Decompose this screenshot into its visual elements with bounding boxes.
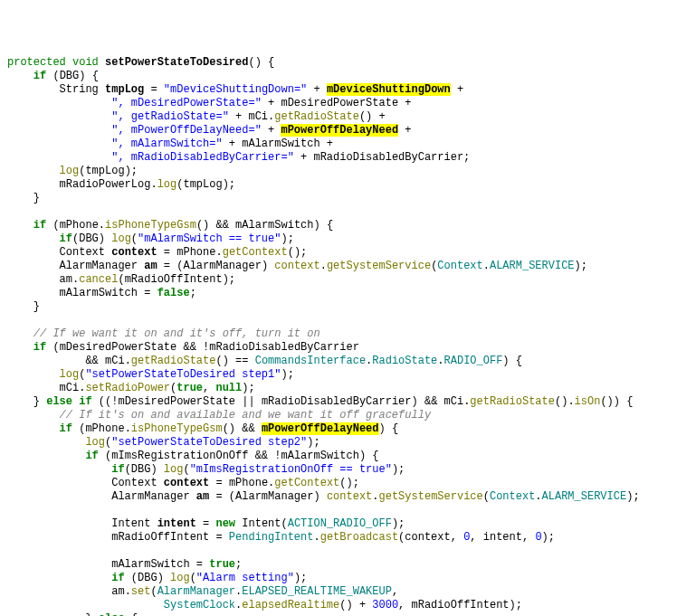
call-getContext: getContext — [223, 246, 288, 259]
var-intent: intent — [157, 517, 196, 530]
var-context: context — [111, 246, 157, 259]
var-context2: context — [164, 477, 209, 489]
call-getRadioState2: getRadioState — [131, 355, 216, 367]
id-mCi: mCi — [248, 110, 268, 123]
kw-if6: if — [85, 450, 98, 462]
id-DBG2: DBG — [79, 232, 99, 245]
call-log5: log — [85, 436, 105, 449]
id-mAlarmSwitch3: mAlarmSwitch — [60, 287, 138, 299]
kw-else: else — [99, 612, 125, 616]
hl-mDeviceShuttingDown: mDeviceShuttingDown — [327, 83, 451, 96]
call-isOn: isOn — [575, 395, 601, 408]
call-cancel: cancel — [79, 273, 118, 286]
id-mRadioOffIntent3: mRadioOffIntent — [412, 599, 510, 611]
kw-elseif: else if — [46, 395, 91, 408]
id-mCi2: mCi — [105, 355, 125, 367]
call-isPhoneTypeGsm2: isPhoneTypeGsm — [131, 422, 223, 435]
kw-null: null — [215, 382, 242, 394]
id-am2: am — [111, 585, 124, 598]
arg-tmpLog: tmpLog — [85, 165, 124, 177]
st-RadioState: RadioState — [372, 355, 437, 367]
kw-new: new — [215, 517, 235, 530]
call-getRadioState3: getRadioState — [470, 395, 555, 408]
str-mImsTrue: "mImsRegistrationOnOff == true" — [190, 463, 392, 476]
call-getBroadcast: getBroadcast — [320, 531, 398, 544]
id-mAlarmSwitch2: mAlarmSwitch — [235, 219, 313, 232]
id-mAlarmSwitch4: mAlarmSwitch — [281, 450, 358, 462]
st-CommandsInterface: CommandsInterface — [255, 355, 366, 367]
id-mAlarmSwitch5: mAlarmSwitch — [111, 558, 189, 571]
id-mPhone2: mPhone — [176, 246, 215, 259]
call-log: log — [60, 165, 80, 177]
id-mImsReg: mImsRegistrationOnOff — [111, 450, 248, 462]
call-setRadioPower: setRadioPower — [85, 382, 170, 394]
kw-void: void — [72, 56, 99, 69]
cast-AlarmManager: AlarmManager — [183, 260, 261, 272]
str-step1: "setPowerStateToDesired step1" — [85, 368, 281, 381]
type-String: String — [60, 83, 99, 96]
id-mRadioDisabled2: mRadioDisabledByCarrier — [209, 341, 359, 354]
call-getRadioState: getRadioState — [274, 110, 359, 123]
arg-tmpLog2: tmpLog — [183, 178, 222, 191]
id-DBG4: DBG — [138, 572, 157, 584]
call-isPhoneTypeGsm: isPhoneTypeGsm — [105, 219, 196, 232]
call-elapsedRealtime: elapsedRealtime — [242, 599, 339, 611]
id-ctx2: context — [327, 490, 372, 503]
str-s6: ", mRadioDisabledByCarrier=" — [111, 151, 294, 164]
kw-if2: if — [33, 219, 46, 232]
id-mCi4: mCi — [444, 395, 464, 408]
kw-true2: true — [209, 558, 235, 571]
type-Intent: Intent — [111, 517, 150, 530]
str-mAlarmTrue: "mAlarmSwitch == true" — [138, 232, 281, 245]
kw-if4: if — [33, 341, 46, 354]
id-mCi3: mCi — [60, 382, 80, 394]
str-s4: ", mPowerOffDelayNeed=" — [111, 124, 262, 137]
st-Context2: Context — [490, 490, 535, 503]
id-mDesired2: mDesiredPowerState — [60, 341, 177, 354]
kw-if7: if — [111, 463, 124, 476]
call-ctx: context — [274, 260, 319, 272]
ctor-Intent: Intent — [242, 517, 281, 530]
id-mRadioDisabledByCarrier: mRadioDisabledByCarrier — [313, 151, 463, 164]
num-0b: 0 — [535, 531, 541, 544]
str-alarmSetting: "Alarm setting" — [196, 572, 294, 584]
call-log4: log — [60, 368, 80, 381]
method-params: () — [248, 56, 261, 69]
var-am2: am — [196, 490, 209, 503]
id-DBG: DBG — [60, 70, 80, 82]
st-ERW: ELAPSED_REALTIME_WAKEUP — [242, 585, 392, 598]
num-3000: 3000 — [372, 599, 398, 611]
id-am: am — [60, 273, 72, 286]
hl-mPowerOffDelayNeed2: mPowerOffDelayNeed — [262, 422, 379, 435]
arg-intent: intent — [483, 531, 522, 544]
type-Context: Context — [60, 246, 105, 259]
arg-context: context — [405, 531, 450, 544]
call-getSystemService2: getSystemService — [379, 490, 483, 503]
id-mPhone: mPhone — [60, 219, 99, 232]
call-set: set — [131, 585, 151, 598]
str-s5: ", mAlarmSwitch=" — [111, 137, 222, 150]
call-log6: log — [164, 463, 184, 476]
kw-if3: if — [60, 232, 72, 245]
type-AlarmManager2: AlarmManager — [111, 490, 189, 503]
comment-c1: // If we want it on and it's off, turn i… — [33, 327, 320, 340]
id-mDesiredPowerState: mDesiredPowerState — [281, 97, 398, 109]
str-step2: "setPowerStateToDesired step2" — [111, 436, 307, 449]
id-mDesired3: mDesiredPowerState — [118, 395, 235, 408]
st-ALARM: ALARM_SERVICE — [490, 260, 575, 272]
kw-true: true — [176, 382, 203, 394]
id-mRadioPowerLog: mRadioPowerLog — [60, 178, 151, 191]
id-mRadioOffIntent2: mRadioOffIntent — [111, 531, 209, 544]
kw-if5: if — [60, 422, 72, 435]
num-0a: 0 — [463, 531, 470, 544]
type-Context2: Context — [111, 477, 157, 489]
str-s1: "mDeviceShuttingDown=" — [164, 83, 307, 96]
comment-c2: // If it's on and available and we want … — [60, 409, 431, 422]
var-tmpLog: tmpLog — [105, 83, 144, 96]
call-getSystemService: getSystemService — [327, 260, 431, 272]
st-Context: Context — [437, 260, 482, 272]
call-log7: log — [170, 572, 190, 584]
id-DBG3: DBG — [131, 463, 151, 476]
hl-mPowerOffDelayNeed: mPowerOffDelayNeed — [281, 124, 398, 137]
st-PendingIntent: PendingIntent — [229, 531, 314, 544]
